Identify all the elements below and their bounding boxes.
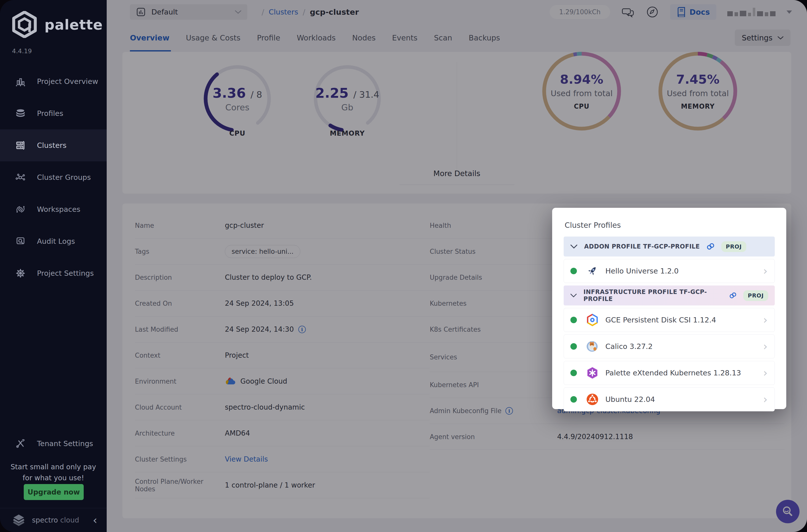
popup-title: Cluster Profiles [565,221,775,230]
cluster-settings-view-details-link[interactable]: View Details [225,455,268,463]
infrastructure-profile-header[interactable]: INFRASTRUCTURE PROFILE TF-GCP-PROFILE PR… [564,285,775,305]
tab-workloads[interactable]: Workloads [297,24,336,52]
info-icon[interactable]: i [505,407,513,415]
app-version: 4.4.19 [12,48,32,55]
palette-logo-icon [11,11,38,38]
sidebar-item-project-settings[interactable]: Project Settings [0,257,107,289]
chevron-right-icon: › [763,394,768,405]
detail-row-context: Context Project [135,342,430,368]
server-icon [15,139,26,151]
google-cloud-icon [225,377,236,386]
sidebar-item-cluster-groups[interactable]: Cluster Groups [0,162,107,193]
tab-profile[interactable]: Profile [257,24,280,52]
more-details-button[interactable]: More Details [432,169,482,178]
tab-usage-costs[interactable]: Usage & Costs [186,24,240,52]
tab-overview[interactable]: Overview [130,24,169,52]
detail-row-created-on: Created On 24 Sep 2024, 13:05 [135,290,430,317]
collapse-sidebar-icon[interactable]: ‹ [93,515,97,526]
tab-nodes[interactable]: Nodes [352,24,376,52]
tab-scan[interactable]: Scan [434,24,452,52]
sidebar-item-label: Project Overview [37,77,98,86]
breadcrumb-separator: / [303,7,305,17]
brand-name: palette [44,17,103,33]
profile-row-pxk[interactable]: Palette eXtended Kubernetes 1.28.13 › [564,361,775,385]
spectro-cloud-logo [12,513,26,528]
cpu-gauge: 3.36 / 8 Cores CPU [201,62,274,135]
sidebar-item-label: Cluster Groups [37,173,91,182]
breadcrumb-link-clusters[interactable]: Clusters [268,8,298,16]
book-icon [677,7,686,17]
docs-label: Docs [690,8,710,17]
detail-row-architecture: Architecture AMD64 [135,420,430,446]
sidebar-item-label: Profiles [37,109,63,118]
infrastructure-profile-name: INFRASTRUCTURE PROFILE TF-GCP-PROFILE [583,288,722,302]
profile-layer-name: Calico 3.27.2 [605,342,763,351]
sidebar-item-profiles[interactable]: Profiles [0,97,107,129]
sidebar-item-label: Audit Logs [37,237,75,246]
chevron-down-icon [235,10,241,14]
sidebar-nav: Project Overview Profiles Clusters Clust… [0,65,107,289]
settings-button[interactable]: Settings [735,30,790,46]
cluster-tabs: Overview Usage & Costs Profile Workloads… [130,24,790,52]
sidebar-item-audit-logs[interactable]: Audit Logs [0,225,107,257]
memory-percent: 7.45% [676,72,719,87]
detail-row-name: Name gcp-cluster [135,212,430,239]
profile-layer-name: Ubuntu 22.04 [605,395,763,404]
scope-badge: PROJ [743,290,768,301]
settings-label: Settings [742,34,772,42]
tag-pill[interactable]: service: hello-uni... [225,245,300,258]
sidebar-item-tenant-settings[interactable]: Tenant Settings [0,428,107,460]
gear-icon [15,267,26,279]
tab-events[interactable]: Events [392,24,417,52]
pxk-icon [586,366,599,379]
sidebar-item-clusters[interactable]: Clusters [0,129,107,162]
scope-badge: PROJ [721,241,746,252]
breadcrumb-current: gcp-cluster [310,7,359,17]
breadcrumb: / Clusters / gcp-cluster [262,0,359,24]
breadcrumb-separator: / [262,7,264,17]
tab-backups[interactable]: Backups [469,24,500,52]
chat-icon[interactable] [621,5,635,19]
search-icon [781,505,794,518]
profile-row-ubuntu[interactable]: Ubuntu 22.04 › [564,387,775,411]
profile-row-hello-universe[interactable]: Hello Universe 1.2.0 › [564,259,775,283]
memory-gauge-label: MEMORY [311,129,383,137]
memory-used-value: 2.25 [315,85,349,101]
ubuntu-icon [586,393,599,406]
network-icon [15,171,26,183]
sidebar-item-project-overview[interactable]: Project Overview [0,65,107,97]
detail-row-environment: Environment Google Cloud [135,368,430,394]
info-icon[interactable]: i [298,326,306,333]
profile-row-calico[interactable]: Calico 3.27.2 › [564,335,775,358]
profile-row-gce-disk[interactable]: GCE Persistent Disk CSI 1.12.4 › [564,308,775,332]
credits-badge: 1.29/100kCh [550,5,610,19]
memory-gauge: 2.25 / 31.4 Gb MEMORY [311,62,383,135]
help-compass-icon[interactable] [645,5,659,19]
spectro-cloud-label: spectro cloud [32,516,87,524]
search-fab-button[interactable] [776,500,800,523]
user-menu-chevron-icon[interactable] [787,11,792,14]
addon-profile-header[interactable]: ADDON PROFILE TF-GCP-PROFILE PROJ [564,236,775,256]
upgrade-promo: Start small and only pay for what you us… [0,461,107,483]
detail-row-nodes: Control Plane/Worker Nodes 1 control-pla… [135,472,430,498]
chevron-right-icon: › [763,341,768,352]
status-dot [570,317,577,323]
sidebar-item-workspaces[interactable]: Workspaces [0,193,107,225]
chevron-down-icon [570,293,577,298]
chevron-down-icon [777,36,784,40]
detail-row-last-modified: Last Modified 24 Sep 2024, 14:30i [135,317,430,342]
docs-button[interactable]: Docs [670,4,716,20]
memory-donut: 7.45% Used from total MEMORY [655,49,740,134]
project-selector[interactable]: Default [130,4,247,20]
upgrade-now-button[interactable]: Upgrade now [24,484,84,500]
memory-donut-label: MEMORY [681,103,715,110]
addon-profile-name: ADDON PROFILE TF-GCP-PROFILE [584,243,700,250]
project-selector-value: Default [151,8,229,16]
profile-layer-name: GCE Persistent Disk CSI 1.12.4 [605,316,763,324]
cpu-donut-label: CPU [574,103,589,110]
cluster-profiles-popup: Cluster Profiles ADDON PROFILE TF-GCP-PR… [552,208,786,409]
more-details-underline [399,185,514,185]
detail-row-cluster-settings: Cluster Settings View Details [135,446,430,472]
rocket-icon [586,265,599,278]
memory-unit: Gb [341,102,353,112]
